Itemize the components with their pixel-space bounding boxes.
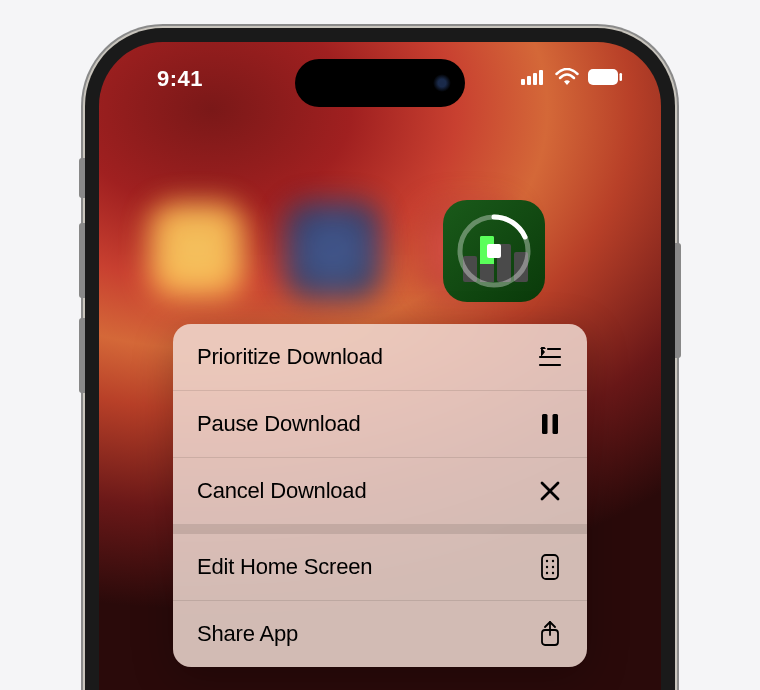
- svg-rect-18: [553, 414, 559, 434]
- power-button: [675, 243, 681, 358]
- svg-rect-1: [527, 76, 531, 85]
- menu-item-label: Cancel Download: [197, 478, 366, 504]
- share-app-item[interactable]: Share App: [173, 601, 587, 667]
- svg-rect-21: [542, 555, 558, 579]
- svg-point-22: [546, 560, 548, 562]
- context-menu: Prioritize Download Pause Download Cance…: [173, 324, 587, 667]
- volume-up-button: [79, 223, 85, 298]
- pause-icon: [537, 411, 563, 437]
- status-indicators: [521, 68, 623, 90]
- svg-rect-5: [620, 73, 623, 81]
- menu-item-label: Edit Home Screen: [197, 554, 372, 580]
- svg-rect-4: [588, 69, 618, 85]
- edit-home-screen-item[interactable]: Edit Home Screen: [173, 534, 587, 600]
- dynamic-island: [295, 59, 465, 107]
- menu-item-label: Prioritize Download: [197, 344, 383, 370]
- iphone-frame: 9:41: [85, 28, 675, 690]
- svg-point-27: [552, 572, 554, 574]
- status-time: 9:41: [137, 66, 203, 92]
- app-icon-downloading[interactable]: [443, 200, 545, 302]
- menu-item-label: Share App: [197, 621, 298, 647]
- apps-grid-icon: [537, 554, 563, 580]
- svg-rect-17: [542, 414, 548, 434]
- blurred-app-icon: [149, 202, 245, 298]
- svg-rect-2: [533, 73, 537, 85]
- volume-down-button: [79, 318, 85, 393]
- pause-download-item[interactable]: Pause Download: [173, 391, 587, 457]
- svg-point-24: [546, 566, 548, 568]
- blurred-app-icon: [285, 202, 381, 298]
- svg-point-25: [552, 566, 554, 568]
- prioritize-icon: [537, 344, 563, 370]
- front-camera: [433, 74, 451, 92]
- menu-separator: [173, 524, 587, 534]
- wifi-icon: [555, 68, 579, 90]
- svg-point-26: [546, 572, 548, 574]
- svg-rect-0: [521, 79, 525, 85]
- numbers-app-icon: [443, 200, 545, 302]
- svg-point-23: [552, 560, 554, 562]
- share-icon: [537, 621, 563, 647]
- menu-item-label: Pause Download: [197, 411, 361, 437]
- svg-rect-13: [487, 244, 501, 258]
- svg-rect-8: [480, 264, 494, 282]
- home-screen[interactable]: 9:41: [99, 42, 661, 690]
- mute-switch: [79, 158, 85, 198]
- cancel-download-item[interactable]: Cancel Download: [173, 458, 587, 524]
- close-icon: [537, 478, 563, 504]
- prioritize-download-item[interactable]: Prioritize Download: [173, 324, 587, 390]
- battery-icon: [587, 68, 623, 90]
- svg-rect-3: [539, 70, 543, 85]
- cellular-signal-icon: [521, 69, 547, 89]
